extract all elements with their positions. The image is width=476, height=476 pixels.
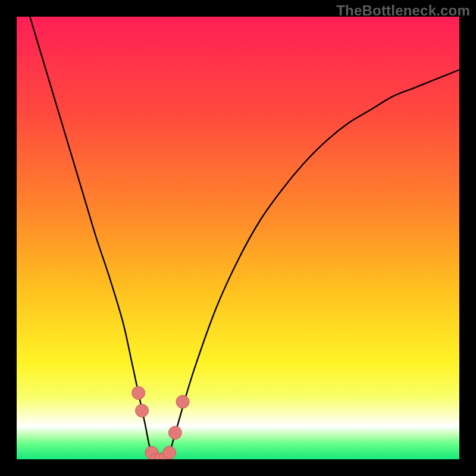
- curve-marker: [168, 426, 181, 439]
- watermark-text: TheBottleneck.com: [336, 2, 470, 19]
- curve-marker: [132, 386, 145, 399]
- curve-marker: [136, 404, 149, 417]
- plot-area: [17, 17, 459, 459]
- curve-marker: [176, 395, 189, 408]
- chart-svg: [17, 17, 459, 459]
- curve-marker: [163, 446, 176, 459]
- chart-frame: TheBottleneck.com: [0, 0, 476, 476]
- gradient-background: [17, 17, 459, 459]
